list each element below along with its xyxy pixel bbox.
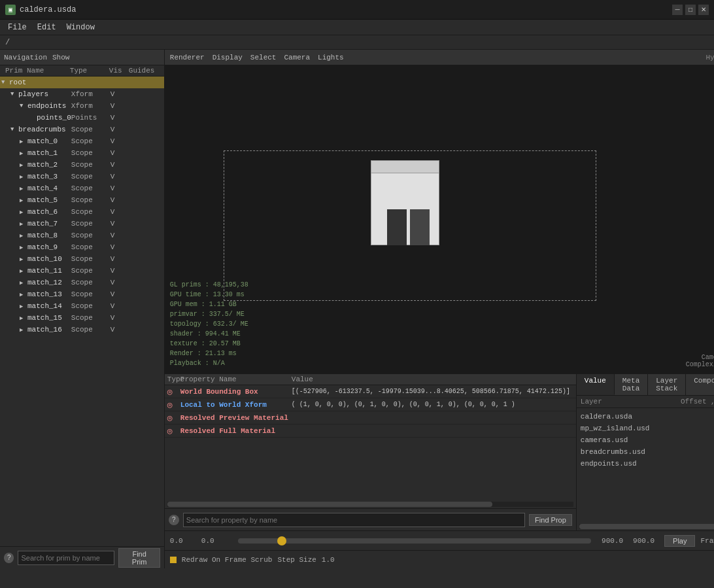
tree-prim-name-match_15: match_15 <box>27 314 62 322</box>
tree-row-match_11[interactable]: ▶ match_11 Scope V <box>0 265 164 277</box>
tree-row-match_15[interactable]: ▶ match_15 Scope V <box>0 312 164 324</box>
tree-row-match_2[interactable]: ▶ match_2 Scope V <box>0 159 164 171</box>
tree-row-match_1[interactable]: ▶ match_1 Scope V <box>0 147 164 159</box>
prop-name-3: Resolved Full Material <box>180 427 292 435</box>
tree-vis-match_2: V <box>110 161 130 169</box>
tree-row-match_6[interactable]: ▶ match_6 Scope V <box>0 206 164 218</box>
app-icon: ▣ <box>5 5 16 15</box>
tree-vis-breadcrumbs: V <box>110 126 130 133</box>
tree-vis-match_1: V <box>110 149 130 157</box>
tree-row-root[interactable]: ▼ root <box>0 77 164 88</box>
tree-row-points_0[interactable]: points_0 Points V <box>0 112 164 124</box>
menu-window[interactable]: Window <box>61 22 100 33</box>
tree-prim-name-match_12: match_12 <box>27 279 62 286</box>
tree-row-match_10[interactable]: ▶ match_10 Scope V <box>0 253 164 265</box>
layer-scrollbar[interactable] <box>579 524 714 529</box>
camera-type: Camera: Fre <box>686 354 714 361</box>
tree-prim-name-points_0: points_0 <box>37 114 71 122</box>
tree-type-match_3: Scope <box>71 173 110 181</box>
maximize-button[interactable]: □ <box>685 5 696 15</box>
tree-row-breadcrumbs[interactable]: ▼ breadcrumbs Scope V <box>0 124 164 135</box>
prop-row-3[interactable]: ◎ Resolved Full Material <box>165 424 576 438</box>
stats-overlay: GL prims : 48,195,38 GPU time : 13.30 ms… <box>170 280 248 368</box>
tree-type-match_9: Scope <box>71 243 110 251</box>
tree-row-match_4[interactable]: ▶ match_4 Scope V <box>0 182 164 194</box>
layer-tab-meta-data[interactable]: Meta Data <box>615 374 648 395</box>
properties-content[interactable]: ◎ World Bounding Box [(-527906, -613237.… <box>165 385 576 500</box>
tree-row-endpoints[interactable]: ▼ endpoints Xform V <box>0 100 164 112</box>
camera-menu[interactable]: Camera <box>284 54 310 61</box>
redraw-indicator <box>170 557 177 563</box>
layer-tab-composition[interactable]: Composition <box>686 374 714 395</box>
tree-show-btn[interactable]: Show <box>52 54 69 61</box>
layer-item-2[interactable]: cameras.usd <box>581 434 714 446</box>
tree-row-match_9[interactable]: ▶ match_9 Scope V <box>0 241 164 253</box>
layer-scrollbar-track[interactable] <box>579 524 714 529</box>
tree-row-match_14[interactable]: ▶ match_14 Scope V <box>0 300 164 312</box>
layer-item-4[interactable]: endpoints.usd <box>581 458 714 470</box>
menu-file[interactable]: File <box>3 22 32 33</box>
prim-search-input[interactable] <box>18 551 114 565</box>
layer-item-3[interactable]: breadcrumbs.usd <box>581 446 714 458</box>
stat-gpu-mem: GPU mem : 1.11 GB <box>170 300 248 309</box>
prim-find-button[interactable]: Find Prim <box>118 548 160 568</box>
minimize-button[interactable]: ─ <box>672 5 683 15</box>
tree-expand-match_6: ▶ <box>20 209 27 216</box>
prop-value-0: [(-527906, -613237.5, -19979.15039...8.4… <box>292 388 573 395</box>
prop-row-1[interactable]: ◎ Local to World Xform ( (1, 0, 0, 0), (… <box>165 398 576 411</box>
display-menu[interactable]: Display <box>212 54 243 61</box>
prim-tree[interactable]: ▼ root ▼ players Xform V ▼ endpoints Xfo… <box>0 77 164 546</box>
camera-overlay: Camera: Fre Complexity: Low <box>686 354 714 368</box>
viewport-toolbar: Renderer Display Select Camera Lights Hy… <box>165 50 714 65</box>
layer-item-1[interactable]: mp_wz_island.usd <box>581 423 714 434</box>
tree-row-match_0[interactable]: ▶ match_0 Scope V <box>0 135 164 147</box>
tree-row-match_16[interactable]: ▶ match_16 Scope V <box>0 324 164 336</box>
select-menu[interactable]: Select <box>250 54 277 61</box>
main-area: Navigation Show Prim Name Type Vis Guide… <box>0 50 714 568</box>
renderer-menu[interactable]: Renderer <box>170 54 205 61</box>
tree-type-match_6: Scope <box>71 208 110 216</box>
prop-row-2[interactable]: ◎ Resolved Preview Material <box>165 411 576 424</box>
prop-row-0[interactable]: ◎ World Bounding Box [(-527906, -613237.… <box>165 385 576 398</box>
tree-vis-match_9: V <box>110 243 130 251</box>
lights-menu[interactable]: Lights <box>318 54 344 61</box>
tree-prim-name-match_10: match_10 <box>27 255 62 263</box>
layer-tab-value[interactable]: Value <box>577 374 615 395</box>
prop-type-0: ◎ <box>167 387 180 397</box>
timeline-thumb[interactable] <box>277 536 286 545</box>
layer-item-0[interactable]: caldera.usda <box>581 411 714 423</box>
tree-vis-match_8: V <box>110 232 130 239</box>
menu-edit[interactable]: Edit <box>32 22 61 33</box>
prop-find-button[interactable]: Find Prop <box>529 514 572 526</box>
tree-row-match_3[interactable]: ▶ match_3 Scope V <box>0 171 164 182</box>
window-title: caldera.usda <box>20 5 672 14</box>
statusbar: 0.0 0.0 900.0 900.0 Play Frame: 0.0 <box>165 530 714 550</box>
tree-vis-match_10: V <box>110 255 130 263</box>
timeline-slider[interactable] <box>238 538 591 544</box>
layer-content[interactable]: caldera.usdamp_wz_island.usdcameras.usdb… <box>577 408 714 523</box>
properties-scrollbar[interactable] <box>167 502 573 507</box>
tree-expand-match_1: ▶ <box>20 150 27 157</box>
prim-search-help-button[interactable]: ? <box>4 553 14 563</box>
tree-type-match_14: Scope <box>71 302 110 310</box>
tree-navigation-btn[interactable]: Navigation <box>4 54 47 61</box>
layer-panel: ValueMeta DataLayer StackComposition Lay… <box>577 374 714 530</box>
prop-search-help-button[interactable]: ? <box>169 515 179 525</box>
close-button[interactable]: ✕ <box>698 5 709 15</box>
play-button[interactable]: Play <box>664 535 695 547</box>
tree-vis-match_12: V <box>110 279 130 286</box>
tree-row-match_8[interactable]: ▶ match_8 Scope V <box>0 230 164 241</box>
tree-vis-match_7: V <box>110 220 130 228</box>
layer-tab-layer-stack[interactable]: Layer Stack <box>648 374 686 395</box>
tree-row-players[interactable]: ▼ players Xform V <box>0 88 164 100</box>
tree-row-match_13[interactable]: ▶ match_13 Scope V <box>0 288 164 300</box>
tree-row-match_12[interactable]: ▶ match_12 Scope V <box>0 277 164 288</box>
tree-row-match_7[interactable]: ▶ match_7 Scope V <box>0 218 164 230</box>
tree-row-match_5[interactable]: ▶ match_5 Scope V <box>0 194 164 206</box>
stat-gl-prims: GL prims : 48,195,38 <box>170 280 248 290</box>
prop-search-input[interactable] <box>183 513 525 527</box>
properties-scrollbar-track[interactable] <box>167 502 492 507</box>
viewport[interactable]: GL prims : 48,195,38 GPU time : 13.30 ms… <box>165 65 714 373</box>
tree-prim-name-endpoints: endpoints <box>27 102 66 110</box>
tree-prim-name-match_6: match_6 <box>27 208 58 216</box>
